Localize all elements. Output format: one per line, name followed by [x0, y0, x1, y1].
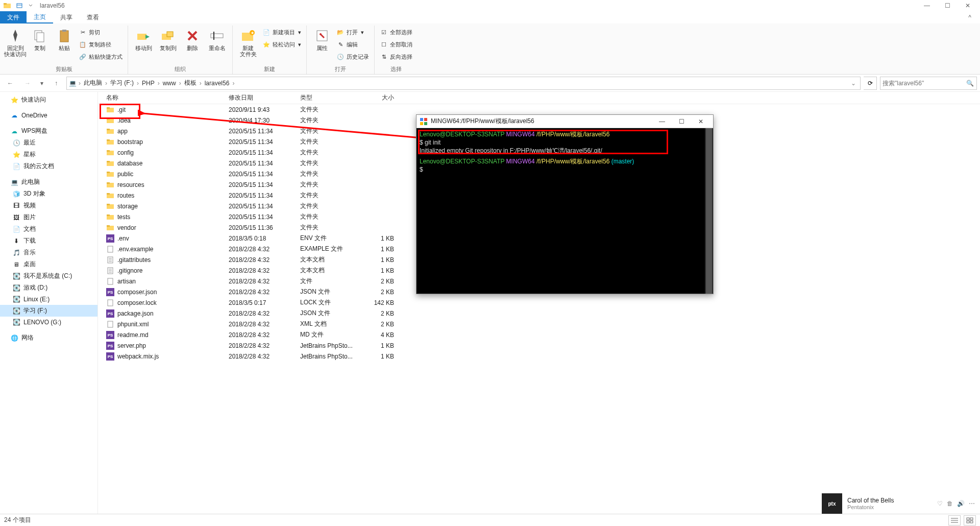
- nav-my-docs[interactable]: 📄我的云文档: [0, 160, 97, 172]
- invert-selection-button[interactable]: ⇅反向选择: [378, 51, 414, 62]
- copy-to-button[interactable]: 复制到: [156, 26, 180, 51]
- nav-up-button[interactable]: ↑: [49, 76, 63, 90]
- file-type: 文件夹: [300, 170, 359, 178]
- file-row[interactable]: composer.lock2018/3/5 0:17LOCK 文件142 KB: [98, 297, 980, 308]
- col-header-size[interactable]: 大小: [359, 93, 398, 102]
- file-type: 文件夹: [300, 105, 359, 114]
- nav-back-button[interactable]: ←: [3, 76, 17, 90]
- terminal-scrollbar[interactable]: [705, 128, 713, 294]
- file-row[interactable]: PSreadme.md2018/2/28 4:32MD 文件4 KB: [98, 329, 980, 340]
- nav-videos[interactable]: 🎞视频: [0, 200, 97, 211]
- nav-desktop[interactable]: 🖥桌面: [0, 258, 97, 270]
- terminal-maximize-button[interactable]: ☐: [672, 115, 691, 128]
- breadcrumb-item[interactable]: 学习 (F:): [109, 79, 135, 87]
- file-row[interactable]: PSpackage.json2018/2/28 4:32JSON 文件2 KB: [98, 308, 980, 319]
- move-to-button[interactable]: 移动到: [131, 26, 156, 51]
- paste-shortcut-button[interactable]: 🔗粘贴快捷方式: [77, 51, 125, 62]
- col-header-name[interactable]: 名称: [98, 93, 229, 102]
- minimize-button[interactable]: —: [917, 0, 937, 11]
- new-folder-button[interactable]: ★新建 文件夹: [236, 26, 260, 57]
- tab-home[interactable]: 主页: [27, 11, 53, 23]
- terminal-close-button[interactable]: ✕: [692, 115, 710, 128]
- terminal-titlebar[interactable]: MINGW64:/f/PHP/www/模板/laravel56 — ☐ ✕: [416, 115, 713, 128]
- nav-music[interactable]: 🎵音乐: [0, 247, 97, 258]
- col-header-date[interactable]: 修改日期: [229, 93, 300, 102]
- nav-drive-c[interactable]: 💽我不是系统盘 (C:): [0, 270, 97, 282]
- search-input[interactable]: [883, 80, 966, 87]
- cut-button[interactable]: ✂剪切: [77, 27, 125, 38]
- file-row[interactable]: .git2020/9/11 9:43文件夹: [98, 104, 980, 115]
- paste-button[interactable]: 粘贴: [52, 26, 77, 51]
- qat-props-icon[interactable]: [14, 2, 24, 10]
- file-date: 2018/2/28 4:32: [229, 342, 300, 349]
- svg-text:★: ★: [251, 31, 254, 35]
- breadcrumb-item[interactable]: 模板: [183, 79, 198, 87]
- nav-recent[interactable]: 🕓最近: [0, 137, 97, 149]
- nav-drive-f[interactable]: 💽学习 (F:): [0, 305, 97, 317]
- maximize-button[interactable]: ☐: [937, 0, 958, 11]
- nav-this-pc[interactable]: 💻此电脑: [0, 176, 97, 188]
- nav-downloads[interactable]: ⬇下载: [0, 235, 97, 247]
- close-button[interactable]: ✕: [958, 0, 978, 11]
- trash-icon[interactable]: 🗑: [947, 500, 953, 507]
- nav-forward-button[interactable]: →: [20, 76, 35, 90]
- volume-icon[interactable]: 🔊: [957, 500, 965, 507]
- view-details-button[interactable]: [948, 515, 961, 525]
- nav-recent-button[interactable]: ▾: [38, 76, 46, 90]
- easy-access-button[interactable]: ⭐轻松访问▾: [260, 39, 303, 50]
- pin-quick-access-button[interactable]: 固定到 快速访问: [3, 26, 28, 57]
- file-row[interactable]: PSwebpack.mix.js2018/2/28 4:32JetBrains …: [98, 351, 980, 362]
- file-name: composer.json: [117, 289, 157, 296]
- terminal-body[interactable]: Lenovo@DESKTOP-S3SNATP MINGW64 /f/PHP/ww…: [416, 128, 713, 294]
- music-icon: 🎵: [12, 249, 20, 257]
- new-item-button[interactable]: 📄新建项目▾: [260, 27, 303, 38]
- file-row[interactable]: PSserver.php2018/2/28 4:32JetBrains PhpS…: [98, 340, 980, 351]
- breadcrumb[interactable]: 💻 › 此电脑› 学习 (F:)› PHP› www› 模板› laravel5…: [66, 77, 861, 90]
- more-icon[interactable]: ⋯: [969, 500, 975, 507]
- svg-rect-5: [37, 33, 44, 42]
- nav-wps[interactable]: ☁WPS网盘: [0, 125, 97, 137]
- nav-quick-access[interactable]: ⭐快速访问: [0, 94, 97, 106]
- nav-pictures[interactable]: 🖼图片: [0, 211, 97, 223]
- refresh-button[interactable]: ⟳: [864, 77, 877, 90]
- breadcrumb-item[interactable]: laravel56: [204, 80, 231, 87]
- select-all-button[interactable]: ☑全部选择: [378, 27, 414, 38]
- nav-onedrive[interactable]: ☁OneDrive: [0, 110, 97, 121]
- search-icon[interactable]: 🔍: [966, 80, 974, 87]
- breadcrumb-item[interactable]: www: [162, 80, 177, 87]
- ribbon-collapse-icon[interactable]: ^: [960, 11, 980, 23]
- rename-button[interactable]: 重命名: [205, 26, 229, 51]
- col-header-type[interactable]: 类型: [300, 93, 359, 102]
- edit-button[interactable]: ✎编辑: [334, 39, 371, 50]
- svg-rect-31: [107, 172, 110, 173]
- copy-button[interactable]: 复制: [28, 26, 52, 51]
- nav-network[interactable]: 🌐网络: [0, 332, 97, 344]
- breadcrumb-dropdown-icon[interactable]: ⌄: [851, 80, 858, 87]
- breadcrumb-item[interactable]: PHP: [141, 80, 156, 87]
- nav-drive-d[interactable]: 💽游戏 (D:): [0, 282, 97, 294]
- properties-button[interactable]: 属性: [310, 26, 334, 51]
- tab-share[interactable]: 共享: [53, 11, 80, 23]
- nav-drive-e[interactable]: 💽Linux (E:): [0, 294, 97, 305]
- open-button[interactable]: 📂打开▾: [334, 27, 371, 38]
- tab-file[interactable]: 文件: [0, 11, 27, 23]
- copy-path-button[interactable]: 📋复制路径: [77, 39, 125, 50]
- qat-dropdown-icon[interactable]: [26, 2, 36, 10]
- nav-drive-g[interactable]: 💽LENOVO (G:): [0, 317, 97, 328]
- file-name: .env: [117, 235, 129, 242]
- svg-rect-41: [107, 225, 110, 227]
- nav-star[interactable]: ⭐星标: [0, 149, 97, 160]
- file-row[interactable]: phpunit.xml2018/2/28 4:32XML 文档2 KB: [98, 319, 980, 329]
- breadcrumb-item[interactable]: 此电脑: [83, 79, 103, 87]
- heart-icon[interactable]: ♡: [937, 500, 943, 507]
- terminal-minimize-button[interactable]: —: [653, 115, 671, 128]
- music-widget[interactable]: ptx Carol of the Bells Pentatonix ♡ 🗑 🔊 …: [822, 493, 975, 514]
- tab-view[interactable]: 查看: [80, 11, 106, 23]
- view-icons-button[interactable]: [964, 515, 976, 525]
- nav-3d-objects[interactable]: 🧊3D 对象: [0, 188, 97, 200]
- nav-documents[interactable]: 📄文档: [0, 223, 97, 235]
- select-none-button[interactable]: ☐全部取消: [378, 39, 414, 50]
- delete-button[interactable]: 删除: [180, 26, 205, 51]
- search-box[interactable]: 🔍: [880, 77, 977, 90]
- history-button[interactable]: 🕓历史记录: [334, 51, 371, 62]
